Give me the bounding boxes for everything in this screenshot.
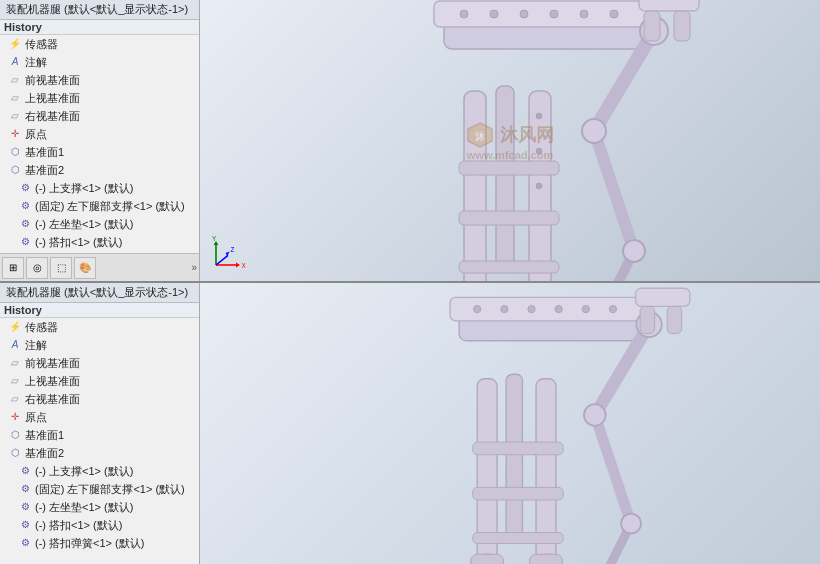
svg-rect-49 <box>473 442 563 455</box>
sidebar-item[interactable]: ⚙(-) 搭扣<1> (默认) <box>0 233 199 251</box>
toolbar-btn-3[interactable]: ⬚ <box>50 257 72 279</box>
sidebar-item-label: 上视基准面 <box>25 373 80 389</box>
top-viewport: 沐 沐风网 www.mfcad.com X Y Z <box>200 0 820 281</box>
svg-rect-7 <box>459 211 559 225</box>
sidebar-item[interactable]: ⚙(-) 左坐垫<1> (默认) <box>0 498 199 516</box>
comp-icon: ⚙ <box>18 235 32 249</box>
sidebar-item-label: (-) 搭扣<1> (默认) <box>35 517 122 533</box>
base-icon: ⬡ <box>8 163 22 177</box>
axes-indicator: X Y Z <box>208 233 248 273</box>
sidebar-item-label: 右视基准面 <box>25 391 80 407</box>
sidebar-item-label: 传感器 <box>25 319 58 335</box>
sidebar-item-label: 原点 <box>25 126 47 142</box>
sidebar-item-label: (-) 上支撑<1> (默认) <box>35 463 133 479</box>
sidebar-item-label: 注解 <box>25 337 47 353</box>
sidebar-item[interactable]: A注解 <box>0 53 199 71</box>
sidebar-item[interactable]: ⚙(固定) 左下腿部支撑<1> (默认) <box>0 197 199 215</box>
sidebar-item[interactable]: ⬡基准面2 <box>0 444 199 462</box>
svg-rect-3 <box>496 86 514 271</box>
sidebar-item[interactable]: ⚡传感器 <box>0 318 199 336</box>
svg-point-18 <box>582 119 606 143</box>
svg-point-24 <box>460 10 468 18</box>
sidebar-item-label: 传感器 <box>25 36 58 52</box>
sidebar-item[interactable]: ⚙(-) 上支撑<1> (默认) <box>0 179 199 197</box>
svg-rect-46 <box>506 374 522 541</box>
sidebar-item[interactable]: A注解 <box>0 336 199 354</box>
bottom-pane: 装配机器腿 (默认<默认_显示状态-1>) History ⚡传感器A注解▱前视… <box>0 283 820 564</box>
sidebar-item[interactable]: ⬡基准面2 <box>0 161 199 179</box>
sidebar-item[interactable]: ⚙(-) 上支撑<1> (默认) <box>0 462 199 480</box>
note-icon: A <box>8 338 22 352</box>
sidebar-item[interactable]: ▱右视基准面 <box>0 390 199 408</box>
sensor-icon: ⚡ <box>8 320 22 334</box>
top-sidebar: 装配机器腿 (默认<默认_显示状态-1>) History ⚡传感器A注解▱前视… <box>0 0 200 281</box>
bottom-viewport <box>200 283 820 564</box>
svg-point-61 <box>584 404 606 426</box>
svg-point-30 <box>536 113 542 119</box>
sidebar-item[interactable]: ⚙(固定) 左下腿部支撑<1> (默认) <box>0 480 199 498</box>
comp-icon: ⚙ <box>18 217 32 231</box>
svg-rect-22 <box>644 11 660 41</box>
sidebar-item-label: (-) 上支撑<1> (默认) <box>35 180 133 196</box>
sidebar-item-label: 基准面1 <box>25 144 64 160</box>
base-icon: ⬡ <box>8 428 22 442</box>
sensor-icon: ⚡ <box>8 37 22 51</box>
svg-rect-51 <box>473 532 563 543</box>
svg-point-69 <box>528 305 535 312</box>
top-pane-title: 装配机器腿 (默认<默认_显示状态-1>) <box>0 0 199 20</box>
sidebar-item-label: (-) 搭扣弹簧<1> (默认) <box>35 535 144 551</box>
bottom-robot-svg <box>385 283 715 564</box>
sidebar-item[interactable]: ⬡基准面1 <box>0 143 199 161</box>
svg-point-26 <box>520 10 528 18</box>
comp-icon: ⚙ <box>18 500 32 514</box>
svg-point-32 <box>536 183 542 189</box>
sidebar-item[interactable]: ⚙(-) 搭扣弹簧<1> (默认) <box>0 534 199 552</box>
svg-point-71 <box>582 305 589 312</box>
sidebar-item-label: (固定) 左下腿部支撑<1> (默认) <box>35 198 185 214</box>
sidebar-item[interactable]: ▱右视基准面 <box>0 107 199 125</box>
svg-rect-1 <box>464 91 486 282</box>
bottom-sidebar: 装配机器腿 (默认<默认_显示状态-1>) History ⚡传感器A注解▱前视… <box>0 283 200 564</box>
plane-icon: ▱ <box>8 356 22 370</box>
svg-point-27 <box>550 10 558 18</box>
sidebar-item[interactable]: ⚙(-) 左坐垫<1> (默认) <box>0 215 199 233</box>
svg-point-19 <box>623 240 645 262</box>
sidebar-item[interactable]: ▱前视基准面 <box>0 71 199 89</box>
sidebar-item-label: (-) 搭扣<1> (默认) <box>35 234 122 250</box>
svg-rect-65 <box>640 306 654 333</box>
sidebar-item[interactable]: ▱上视基准面 <box>0 372 199 390</box>
svg-rect-23 <box>674 11 690 41</box>
plane-icon: ▱ <box>8 91 22 105</box>
sidebar-item-label: 上视基准面 <box>25 90 80 106</box>
plane-icon: ▱ <box>8 73 22 87</box>
toolbar-expand[interactable]: » <box>191 262 197 273</box>
sidebar-item-label: (固定) 左下腿部支撑<1> (默认) <box>35 481 185 497</box>
origin-icon: ✛ <box>8 127 22 141</box>
bottom-sidebar-content[interactable]: ⚡传感器A注解▱前视基准面▱上视基准面▱右视基准面✛原点⬡基准面1⬡基准面2⚙(… <box>0 318 199 564</box>
sidebar-item-label: 前视基准面 <box>25 72 80 88</box>
sidebar-item[interactable]: ✛原点 <box>0 408 199 426</box>
sidebar-item[interactable]: ⚙(-) 搭扣<1> (默认) <box>0 516 199 534</box>
top-sidebar-content[interactable]: ⚡传感器A注解▱前视基准面▱上视基准面▱右视基准面✛原点⬡基准面1⬡基准面2⚙(… <box>0 35 199 253</box>
sidebar-item-label: (-) 左坐垫<1> (默认) <box>35 499 133 515</box>
svg-point-25 <box>490 10 498 18</box>
bottom-history-label: History <box>0 303 199 318</box>
sidebar-item-label: 注解 <box>25 54 47 70</box>
sidebar-item-label: 前视基准面 <box>25 355 80 371</box>
sidebar-item[interactable]: ✛原点 <box>0 125 199 143</box>
app-window: 装配机器腿 (默认<默认_显示状态-1>) History ⚡传感器A注解▱前视… <box>0 0 820 564</box>
svg-rect-53 <box>471 554 504 564</box>
sidebar-item[interactable]: ▱前视基准面 <box>0 354 199 372</box>
toolbar-btn-1[interactable]: ⊞ <box>2 257 24 279</box>
sidebar-item[interactable]: ⬡基准面1 <box>0 426 199 444</box>
comp-icon: ⚙ <box>18 536 32 550</box>
svg-point-62 <box>621 513 641 533</box>
base-icon: ⬡ <box>8 446 22 460</box>
toolbar-btn-4[interactable]: 🎨 <box>74 257 96 279</box>
svg-point-67 <box>474 305 481 312</box>
svg-rect-21 <box>639 0 699 11</box>
toolbar-btn-2[interactable]: ◎ <box>26 257 48 279</box>
svg-point-29 <box>610 10 618 18</box>
sidebar-item[interactable]: ▱上视基准面 <box>0 89 199 107</box>
sidebar-item[interactable]: ⚡传感器 <box>0 35 199 53</box>
